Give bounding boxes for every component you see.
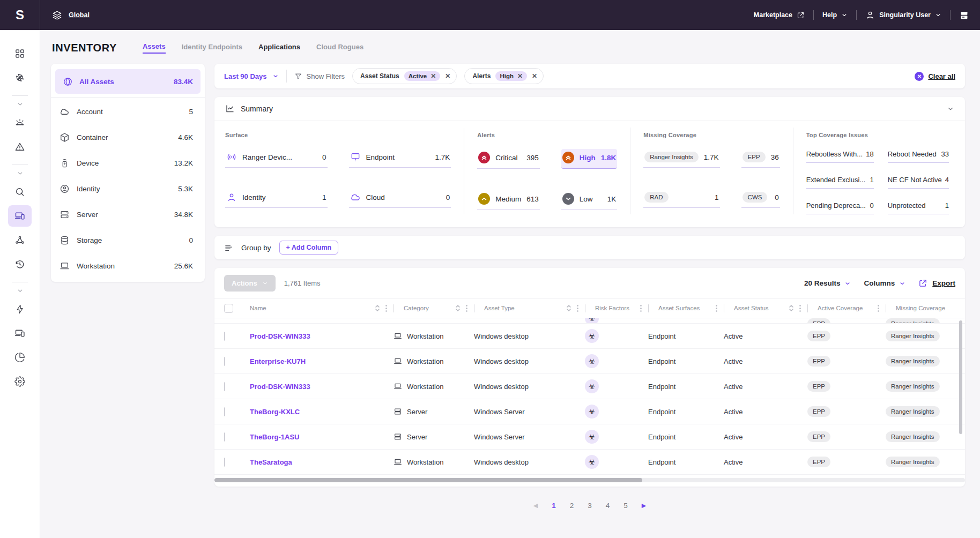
lightning-icon[interactable]	[8, 298, 32, 320]
results-per-page-dropdown[interactable]: 20 Results	[804, 279, 851, 287]
time-range-dropdown[interactable]: Last 90 Days	[224, 72, 279, 80]
risk-factor-malware-icon[interactable]: ☣	[585, 405, 599, 419]
alert-stat-high[interactable]: High 1.8K	[561, 149, 618, 169]
table-row[interactable]: TheBorg-1ASU Server Windows Server ☣ End…	[214, 424, 965, 450]
page-3[interactable]: 3	[588, 502, 592, 510]
issue-ne-cf-not-active[interactable]: NE CF Not Active 4	[888, 175, 949, 189]
sidebar-item-server[interactable]: Server 34.8K	[51, 201, 205, 227]
filter-chip-asset-status[interactable]: Asset Status Active ✕ ✕	[352, 68, 457, 84]
alerts-siren-icon[interactable]	[8, 112, 32, 133]
asset-name-link[interactable]: Prod-DSK-WIN333	[250, 383, 394, 391]
clear-all-button[interactable]: ✕ Clear all	[915, 72, 955, 81]
remove-value-icon[interactable]: ✕	[430, 73, 436, 79]
active-coverage-pill[interactable]: EPP	[807, 406, 830, 417]
issue-extended-exclusions[interactable]: Extended Exclusi... 1	[806, 175, 874, 189]
remove-value-icon[interactable]: ✕	[517, 73, 523, 79]
asset-name-link[interactable]: Enterprise-KU7H	[250, 357, 394, 365]
missing-coverage-rad[interactable]: RAD 1	[643, 189, 719, 208]
sidebar-item-storage[interactable]: Storage 0	[51, 227, 205, 253]
help-menu[interactable]: Help	[822, 11, 848, 19]
column-header-asset-status[interactable]: Asset Status	[724, 298, 807, 318]
horizontal-scrollbar-thumb[interactable]	[214, 478, 642, 482]
asset-name-link[interactable]: TheBorg-1ASU	[250, 433, 394, 441]
collapse-chevron-icon[interactable]	[17, 287, 24, 294]
missing-coverage-pill[interactable]: Ranger Insights	[886, 406, 940, 417]
table-row[interactable]: Prod-DSK-WIN333 Workstation Windows desk…	[214, 374, 965, 399]
asset-name-link[interactable]: TheBorg-KXLC	[250, 408, 394, 416]
previous-page-icon[interactable]: ◀	[533, 502, 538, 509]
sidebar-item-identity[interactable]: Identity 5.3K	[51, 176, 205, 201]
next-page-icon[interactable]: ▶	[642, 502, 646, 509]
tab-assets[interactable]: Assets	[143, 42, 166, 54]
page-2[interactable]: 2	[570, 502, 574, 510]
sentinelone-logo[interactable]: S	[0, 0, 40, 30]
pinwheel-icon[interactable]	[8, 67, 32, 88]
column-header-missing-coverage[interactable]: Missing Coverage	[886, 298, 965, 318]
column-header-asset-type[interactable]: Asset Type	[474, 298, 585, 318]
page-4[interactable]: 4	[606, 502, 610, 510]
tab-cloud-rogues[interactable]: Cloud Rogues	[316, 43, 363, 53]
tab-applications[interactable]: Applications	[258, 43, 300, 53]
active-coverage-pill[interactable]: EPP	[807, 331, 830, 341]
column-header-asset-surfaces[interactable]: Asset Surfaces	[648, 298, 724, 318]
missing-coverage-pill[interactable]: Ranger Insights	[886, 381, 940, 392]
inventory-devices-icon[interactable]	[8, 205, 32, 227]
active-coverage-pill[interactable]: EPP	[807, 457, 830, 467]
show-filters-button[interactable]: Show Filters	[294, 72, 345, 80]
missing-coverage-pill[interactable]: Ranger Insights	[886, 331, 940, 341]
issue-reboot-needed[interactable]: Reboot Needed 33	[888, 149, 949, 163]
row-checkbox[interactable]	[224, 407, 225, 416]
page-1[interactable]: 1	[552, 502, 556, 510]
missing-coverage-ranger-insights[interactable]: Ranger Insights 1.7K	[643, 149, 719, 168]
remove-chip-icon[interactable]: ✕	[445, 73, 450, 79]
history-icon[interactable]	[8, 253, 32, 275]
risk-factor-malware-icon[interactable]: ☣	[585, 455, 599, 469]
remove-chip-icon[interactable]: ✕	[532, 73, 537, 79]
missing-coverage-epp[interactable]: EPP 36	[741, 149, 780, 168]
surface-stat-ranger-devices[interactable]: Ranger Devic... 0	[225, 149, 328, 168]
add-column-button[interactable]: + Add Column	[279, 241, 339, 255]
export-button[interactable]: Export	[918, 279, 955, 288]
search-icon[interactable]	[8, 181, 32, 203]
surface-stat-identity[interactable]: Identity 1	[225, 189, 328, 208]
column-header-category[interactable]: Category	[394, 298, 474, 318]
active-coverage-pill[interactable]: EPP	[807, 356, 830, 367]
column-header-risk-factors[interactable]: Risk Factors	[585, 298, 648, 318]
chip-value-pill[interactable]: High ✕	[495, 71, 527, 81]
filter-chip-alerts[interactable]: Alerts High ✕ ✕	[464, 68, 544, 84]
horizontal-scrollbar-track[interactable]	[214, 478, 965, 482]
sidebar-item-device[interactable]: Device 13.2K	[51, 150, 205, 176]
tab-identity-endpoints[interactable]: Identity Endpoints	[182, 43, 242, 53]
actions-button[interactable]: Actions	[224, 275, 276, 292]
table-row[interactable]: Prod-DSK-WIN333 Workstation Windows desk…	[214, 324, 965, 349]
issue-unprotected[interactable]: Unprotected 1	[888, 200, 949, 214]
scope-selector[interactable]: Global	[52, 10, 90, 20]
dashboard-icon[interactable]	[8, 43, 32, 64]
pie-chart-icon[interactable]	[8, 347, 32, 368]
collapse-chevron-icon[interactable]	[17, 101, 24, 108]
select-all-checkbox[interactable]	[224, 304, 233, 313]
risk-factor-malware-icon[interactable]: ☣	[585, 354, 599, 368]
risk-factor-malware-icon[interactable]: ☣	[585, 430, 599, 444]
missing-coverage-cws[interactable]: CWS 0	[741, 189, 780, 208]
sidebar-item-account[interactable]: Account 5	[51, 99, 205, 124]
vertical-scrollbar[interactable]	[959, 320, 962, 434]
network-graph-icon[interactable]	[8, 229, 32, 251]
risk-factor-malware-icon[interactable]: ☣	[585, 379, 599, 393]
surface-stat-endpoint[interactable]: Endpoint 1.7K	[349, 149, 451, 168]
collapse-summary-icon[interactable]	[947, 105, 954, 113]
page-5[interactable]: 5	[623, 502, 628, 510]
row-checkbox[interactable]	[224, 432, 225, 442]
issue-pending-deprecation[interactable]: Pending Depreca... 0	[806, 200, 874, 214]
row-checkbox[interactable]	[224, 382, 225, 391]
sidebar-item-container[interactable]: Container 4.6K	[51, 124, 205, 150]
chip-value-pill[interactable]: Active ✕	[404, 71, 441, 81]
table-row[interactable]: Enterprise-KU7H Workstation Windows desk…	[214, 349, 965, 374]
asset-name-link[interactable]: TheSaratoga	[250, 458, 394, 466]
settings-gear-icon[interactable]	[8, 371, 32, 392]
collapse-chevron-icon[interactable]	[17, 170, 24, 177]
active-coverage-pill[interactable]: EPP	[807, 431, 830, 442]
alert-stat-low[interactable]: Low 1K	[561, 190, 618, 210]
warning-triangle-icon[interactable]	[8, 136, 32, 158]
alert-stat-medium[interactable]: Medium 613	[477, 190, 540, 210]
